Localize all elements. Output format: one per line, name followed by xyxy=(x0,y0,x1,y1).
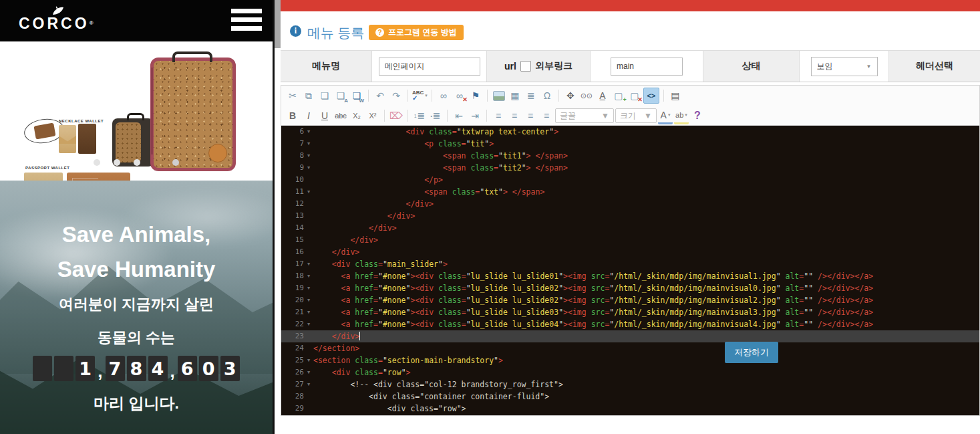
fold-arrow-icon[interactable]: ▼ xyxy=(304,162,313,174)
bullet-list-icon[interactable]: ≣• xyxy=(428,108,443,123)
fold-gutter xyxy=(304,222,313,234)
code-line-24[interactable]: 24</section> xyxy=(281,342,979,354)
bold-button[interactable]: B xyxy=(285,108,300,123)
status-select[interactable]: 보임▼ xyxy=(811,57,878,76)
fold-arrow-icon[interactable]: ▼ xyxy=(304,126,313,138)
source-button[interactable]: <> xyxy=(643,88,659,104)
code-line-6[interactable]: 6▼ <div class="txtwrap text-center"> xyxy=(281,126,979,138)
fold-arrow-icon[interactable]: ▼ xyxy=(304,186,313,198)
external-link-checkbox[interactable] xyxy=(520,61,531,72)
spellcheck-icon[interactable]: ABC✓▾ xyxy=(412,88,428,103)
url-input[interactable] xyxy=(611,58,683,76)
brand-logo[interactable]: CORCO® xyxy=(19,5,96,31)
slider-dot-4[interactable] xyxy=(172,159,179,166)
code-line-11[interactable]: 11▼ <span class="txt"> </span> xyxy=(281,186,979,198)
hamburger-menu-icon[interactable] xyxy=(231,9,262,31)
code-line-10[interactable]: 10 </p> xyxy=(281,174,979,186)
select-all-icon[interactable]: A̲ xyxy=(595,88,610,103)
code-line-16[interactable]: 16 </div> xyxy=(281,246,979,258)
align-right-icon[interactable]: ≡ xyxy=(523,108,538,123)
underline-button[interactable]: U xyxy=(317,108,332,123)
code-line-26[interactable]: 26▼ <div class="row"> xyxy=(281,366,979,378)
fold-arrow-icon[interactable]: ▼ xyxy=(304,150,313,162)
copy-icon[interactable]: ⧉ xyxy=(301,88,316,103)
code-line-25[interactable]: 25▼<section class="section-main-brandsto… xyxy=(281,354,979,366)
text-color-button[interactable]: A▾ xyxy=(658,108,673,124)
bubble-remove-icon[interactable]: ▢✕ xyxy=(627,88,642,103)
bubble-add-icon[interactable]: ▢+ xyxy=(611,88,626,103)
code-line-19[interactable]: 19▼ <a href="#none"><div class="lu_slide… xyxy=(281,282,979,294)
code-line-7[interactable]: 7▼ <p class="tit"> xyxy=(281,138,979,150)
remove-format-icon[interactable]: ⌦ xyxy=(389,108,403,123)
unlink-icon[interactable]: ∞✕ xyxy=(452,88,467,103)
indent-icon[interactable]: ⇥ xyxy=(468,108,482,123)
fold-arrow-icon[interactable]: ▼ xyxy=(304,366,313,378)
font-select[interactable]: 글꼴▼ xyxy=(555,108,614,123)
subscript-button[interactable]: X₂ xyxy=(349,108,364,123)
code-line-22[interactable]: 22▼ <a href="#none"><div class="lu_slide… xyxy=(281,318,979,330)
code-line-21[interactable]: 21▼ <a href="#none"><div class="lu_slide… xyxy=(281,306,979,318)
align-left-icon[interactable]: ≡ xyxy=(491,108,506,123)
code-line-28[interactable]: 28 <div class="container container-fluid… xyxy=(281,391,979,403)
superscript-button[interactable]: X² xyxy=(365,108,380,123)
slider-dot-2[interactable] xyxy=(114,159,120,166)
fold-arrow-icon[interactable]: ▼ xyxy=(304,294,313,306)
image-icon[interactable] xyxy=(492,88,506,103)
code-line-23[interactable]: 23 </div> xyxy=(281,330,979,342)
fold-arrow-icon[interactable]: ▼ xyxy=(304,138,313,150)
undo-icon[interactable]: ↶ xyxy=(373,88,387,103)
code-line-18[interactable]: 18▼ <a href="#none"><div class="lu_slide… xyxy=(281,270,979,282)
code-line-8[interactable]: 8▼ <span class="tit1"> </span> xyxy=(281,150,979,162)
slider-dot-3[interactable] xyxy=(134,159,140,166)
align-justify-icon[interactable]: ≡ xyxy=(539,108,554,123)
find-icon[interactable]: ⊙⊙ xyxy=(579,88,594,103)
code-line-30[interactable]: 30 <div class="col-12 col-xl-5 bland-thu… xyxy=(281,415,979,415)
code-line-15[interactable]: 15 </div> xyxy=(281,234,979,246)
code-line-14[interactable]: 14 </div> xyxy=(281,222,979,234)
fold-arrow-icon[interactable]: ▼ xyxy=(304,282,313,294)
cut-icon[interactable]: ✂ xyxy=(285,88,300,103)
fold-arrow-icon[interactable]: ▼ xyxy=(304,354,313,366)
paste-icon[interactable]: ❏ xyxy=(317,88,332,103)
strike-button[interactable]: abc xyxy=(333,108,348,123)
fold-arrow-icon[interactable]: ▼ xyxy=(304,306,313,318)
code-line-29[interactable]: 29 <div class="row"> xyxy=(281,403,979,415)
numbered-list-icon[interactable]: ≣1 xyxy=(412,108,427,123)
maximize-icon[interactable]: ✥ xyxy=(563,88,578,103)
code-line-9[interactable]: 9▼ <span class="tit2"> </span> xyxy=(281,162,979,174)
redo-icon[interactable]: ↷ xyxy=(389,88,403,103)
code-line-13[interactable]: 13 </div> xyxy=(281,210,979,222)
code-text: <a href="#none"><div class="lu_slide lu_… xyxy=(313,294,979,306)
italic-button[interactable]: I xyxy=(301,108,316,123)
menu-name-input[interactable] xyxy=(379,58,480,76)
special-char-icon[interactable]: Ω xyxy=(540,88,554,103)
preview-scrollbar-track[interactable] xyxy=(275,0,281,434)
source-code-area[interactable]: 6▼ <div class="txtwrap text-center">7▼ <… xyxy=(281,126,979,415)
code-line-17[interactable]: 17▼ <div class="main_slider"> xyxy=(281,258,979,270)
bg-color-button[interactable]: ab▾ xyxy=(674,108,689,124)
size-select[interactable]: 크기▼ xyxy=(615,108,657,123)
fold-arrow-icon[interactable]: ▼ xyxy=(304,270,313,282)
paste-word-icon[interactable]: ❏W xyxy=(349,88,364,103)
slider-dot-1[interactable] xyxy=(94,159,100,166)
anchor-flag-icon[interactable]: ⚑ xyxy=(468,88,483,103)
about-button[interactable]: ? xyxy=(690,108,705,123)
fold-arrow-icon[interactable]: ▼ xyxy=(304,378,313,391)
program-link-help-button[interactable]: ? 프로그램 연동 방법 xyxy=(369,25,464,40)
code-line-20[interactable]: 20▼ <a href="#none"><div class="lu_slide… xyxy=(281,294,979,306)
print-icon[interactable]: ▤ xyxy=(668,88,683,103)
table-icon[interactable]: ▦ xyxy=(508,88,522,103)
save-button[interactable]: 저장하기 xyxy=(725,342,778,363)
fold-arrow-icon[interactable]: ▼ xyxy=(304,318,313,330)
link-icon[interactable]: ∞ xyxy=(436,88,451,103)
outdent-icon[interactable]: ⇤ xyxy=(452,108,466,123)
line-number: 22 xyxy=(281,318,304,330)
code-line-27[interactable]: 27▼ <!-- <div class="col-12 brandstory_r… xyxy=(281,378,979,391)
align-center-icon[interactable]: ≡ xyxy=(507,108,522,123)
line-number: 23 xyxy=(281,330,304,342)
preview-scrollbar-thumb[interactable] xyxy=(275,0,281,48)
paste-text-icon[interactable]: ❏A xyxy=(333,88,348,103)
fold-arrow-icon[interactable]: ▼ xyxy=(304,258,313,270)
code-line-12[interactable]: 12 </div> xyxy=(281,198,979,210)
horizontal-line-icon[interactable]: ≣ xyxy=(524,88,538,103)
